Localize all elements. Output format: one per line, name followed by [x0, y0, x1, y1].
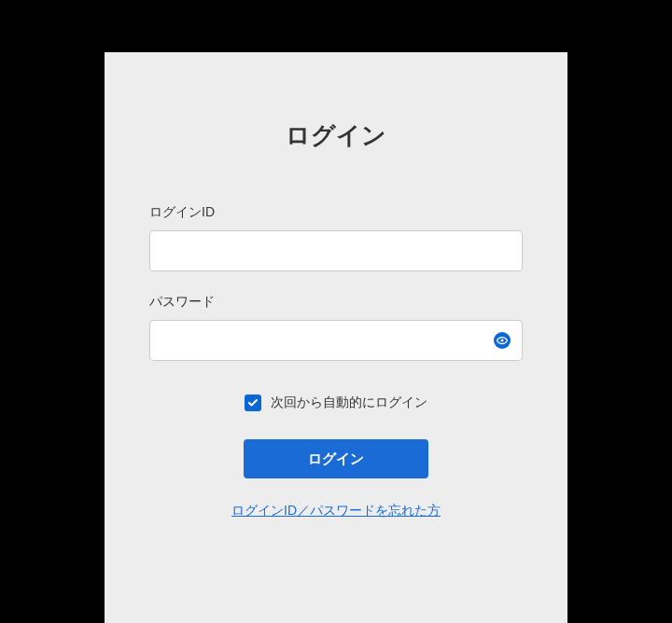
password-group: パスワード — [149, 294, 523, 361]
password-wrapper — [149, 320, 523, 361]
login-button[interactable]: ログイン — [244, 439, 428, 478]
login-id-group: ログインID — [149, 204, 523, 271]
auto-login-row: 次回から自動的にログイン — [149, 395, 523, 411]
forgot-link[interactable]: ログインID／パスワードを忘れた方 — [149, 503, 523, 519]
login-card: ログイン ログインID パスワード 次回から自動的にログイン — [105, 52, 567, 623]
password-input[interactable] — [149, 320, 523, 361]
auto-login-label[interactable]: 次回から自動的にログイン — [271, 395, 427, 411]
login-id-input[interactable] — [149, 230, 523, 271]
toggle-password-visibility-button[interactable] — [491, 329, 513, 352]
login-id-label: ログインID — [149, 204, 523, 221]
password-label: パスワード — [149, 294, 523, 311]
svg-point-0 — [501, 339, 504, 342]
login-title: ログイン — [149, 119, 523, 152]
auto-login-checkbox[interactable] — [245, 395, 261, 411]
eye-icon — [494, 332, 511, 349]
